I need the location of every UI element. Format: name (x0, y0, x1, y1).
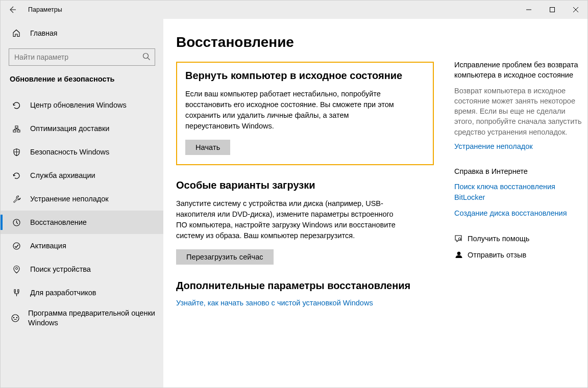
svg-point-18 (16, 317, 17, 318)
get-help-link[interactable]: Получить помощь (454, 234, 587, 243)
feedback-icon (454, 250, 468, 260)
svg-rect-15 (17, 290, 18, 292)
activation-icon (11, 242, 22, 250)
feedback-text: Отправить отзыв (468, 251, 526, 259)
reset-pc-section: Вернуть компьютер в исходное состояние Е… (176, 62, 434, 165)
shield-icon (11, 148, 22, 157)
backup-icon (11, 171, 22, 180)
get-help-text: Получить помощь (468, 235, 529, 243)
svg-point-13 (15, 267, 17, 269)
troubleshoot-suggestion: Исправление проблем без возврата компьют… (454, 60, 587, 152)
web-help-heading: Справка в Интернете (454, 167, 587, 175)
sidebar-item-troubleshoot[interactable]: Устранение неполадок (1, 187, 163, 211)
svg-line-5 (148, 58, 150, 60)
sidebar-item-for-developers[interactable]: Для разработчиков (1, 281, 163, 304)
sidebar-item-label: Устранение неполадок (30, 194, 114, 204)
delivery-icon (11, 124, 22, 133)
troubleshoot-link[interactable]: Устранение неполадок (454, 141, 587, 152)
minimize-button[interactable] (517, 1, 541, 19)
main-content: Восстановление Вернуть компьютер в исход… (163, 19, 587, 388)
sidebar-item-find-my-device[interactable]: Поиск устройства (1, 257, 163, 281)
advanced-startup-section: Особые варианты загрузки Запустите систе… (176, 179, 434, 265)
close-button[interactable] (564, 1, 587, 19)
send-feedback-link[interactable]: Отправить отзыв (454, 250, 587, 260)
svg-point-4 (143, 54, 149, 59)
sidebar-item-label: Для разработчиков (30, 288, 102, 298)
svg-rect-7 (17, 130, 20, 132)
search-input[interactable] (9, 48, 155, 66)
reset-pc-body: Если ваш компьютер работает нестабильно,… (185, 89, 405, 132)
sidebar-item-label: Центр обновления Windows (30, 100, 132, 110)
fresh-start-link[interactable]: Узнайте, как начать заново с чистой уста… (176, 299, 434, 307)
more-recovery-options-section: Дополнительные параметры восстановления … (176, 280, 434, 307)
search-icon (142, 52, 151, 63)
home-label: Главная (30, 29, 57, 37)
window-controls (517, 1, 587, 19)
search-box[interactable] (9, 48, 155, 66)
home-icon (11, 29, 22, 37)
svg-rect-8 (15, 126, 18, 128)
sidebar-item-label: Активация (30, 241, 71, 251)
sidebar-item-activation[interactable]: Активация (1, 234, 163, 257)
advanced-startup-body: Запустите систему с устройства или диска… (176, 198, 396, 241)
sidebar-item-label: Оптимизация доставки (30, 124, 114, 134)
troubleshoot-body: Возврат компьютера в исходное состояние … (454, 86, 587, 137)
svg-point-12 (13, 243, 20, 249)
svg-point-17 (13, 317, 14, 318)
get-help-icon (454, 234, 468, 243)
developers-icon (11, 289, 22, 297)
sidebar-item-label: Служба архивации (30, 171, 101, 180)
back-button[interactable] (1, 1, 24, 19)
sidebar-item-insider-program[interactable]: Программа предварительной оценки Windows (1, 304, 163, 332)
bitlocker-key-link[interactable]: Поиск ключа восстановления BitLocker (454, 182, 587, 203)
page-title: Восстановление (176, 34, 434, 50)
reset-pc-start-button[interactable]: Начать (185, 140, 230, 155)
sidebar-item-label: Программа предварительной оценки Windows (28, 308, 163, 328)
restart-now-button[interactable]: Перезагрузить сейчас (176, 249, 274, 265)
home-button[interactable]: Главная (1, 23, 163, 43)
advanced-startup-heading: Особые варианты загрузки (176, 179, 434, 191)
sidebar-item-windows-update[interactable]: Центр обновления Windows (1, 93, 163, 117)
sidebar-item-label: Поиск устройства (30, 265, 96, 274)
update-icon (11, 101, 22, 110)
troubleshoot-title: Исправление проблем без возврата компьют… (454, 60, 587, 81)
sidebar-item-recovery[interactable]: Восстановление (1, 211, 163, 234)
recovery-drive-link[interactable]: Создание диска восстановления (454, 208, 587, 219)
find-device-icon (11, 265, 22, 274)
sidebar-section-header: Обновление и безопасность (1, 75, 163, 93)
svg-rect-14 (14, 290, 15, 292)
more-options-heading: Дополнительные параметры восстановления (176, 280, 434, 292)
svg-point-21 (457, 252, 460, 255)
window-title: Параметры (28, 6, 62, 13)
titlebar: Параметры (1, 1, 587, 19)
svg-rect-1 (550, 8, 555, 12)
right-pane: Исправление проблем без возврата компьют… (454, 34, 587, 388)
sidebar-item-label: Восстановление (30, 218, 92, 227)
reset-pc-heading: Вернуть компьютер в исходное состояние (185, 70, 425, 82)
sidebar: Главная Обновление и безопасность Центр … (1, 19, 163, 388)
sidebar-item-windows-security[interactable]: Безопасность Windows (1, 140, 163, 164)
sidebar-item-delivery-optimization[interactable]: Оптимизация доставки (1, 117, 163, 140)
recovery-icon (11, 218, 22, 227)
maximize-button[interactable] (541, 1, 564, 19)
insider-icon (11, 314, 20, 323)
svg-rect-6 (13, 130, 16, 132)
web-help-section: Справка в Интернете Поиск ключа восстано… (454, 167, 587, 219)
sidebar-item-label: Безопасность Windows (30, 147, 114, 157)
sidebar-item-backup[interactable]: Служба архивации (1, 164, 163, 187)
troubleshoot-icon (11, 195, 22, 203)
